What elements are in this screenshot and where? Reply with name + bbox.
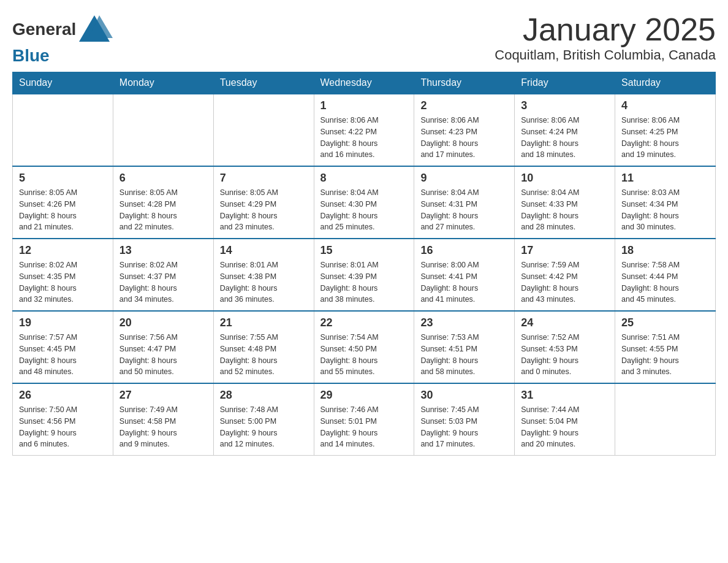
day-number: 22 — [320, 316, 408, 329]
day-number: 14 — [220, 244, 308, 257]
weekday-header-monday: Monday — [113, 72, 213, 94]
calendar-cell: 17Sunrise: 7:59 AM Sunset: 4:42 PM Dayli… — [515, 239, 615, 311]
logo-icon — [76, 12, 113, 46]
calendar-cell: 27Sunrise: 7:49 AM Sunset: 4:58 PM Dayli… — [113, 383, 213, 456]
day-info: Sunrise: 8:03 AM Sunset: 4:34 PM Dayligh… — [621, 187, 709, 233]
day-info: Sunrise: 8:05 AM Sunset: 4:29 PM Dayligh… — [220, 187, 308, 233]
calendar-cell — [213, 94, 314, 166]
title-block: January 2025 Coquitlam, British Columbia… — [495, 12, 716, 63]
calendar-table: SundayMondayTuesdayWednesdayThursdayFrid… — [12, 72, 716, 456]
day-info: Sunrise: 8:04 AM Sunset: 4:31 PM Dayligh… — [420, 187, 508, 233]
day-number: 17 — [521, 244, 609, 257]
day-info: Sunrise: 7:44 AM Sunset: 5:04 PM Dayligh… — [521, 404, 609, 450]
weekday-header-saturday: Saturday — [615, 72, 716, 94]
calendar-week-3: 12Sunrise: 8:02 AM Sunset: 4:35 PM Dayli… — [13, 239, 716, 311]
weekday-header-thursday: Thursday — [414, 72, 515, 94]
logo-general-text: General — [12, 20, 76, 39]
day-number: 18 — [621, 244, 709, 257]
day-number: 4 — [621, 99, 709, 112]
calendar-week-5: 26Sunrise: 7:50 AM Sunset: 4:56 PM Dayli… — [13, 383, 716, 456]
day-info: Sunrise: 8:06 AM Sunset: 4:22 PM Dayligh… — [320, 115, 408, 161]
calendar-cell: 31Sunrise: 7:44 AM Sunset: 5:04 PM Dayli… — [515, 383, 615, 456]
calendar-cell: 3Sunrise: 8:06 AM Sunset: 4:24 PM Daylig… — [515, 94, 615, 166]
calendar-cell — [13, 94, 113, 166]
day-info: Sunrise: 8:01 AM Sunset: 4:38 PM Dayligh… — [220, 259, 308, 305]
calendar-week-4: 19Sunrise: 7:57 AM Sunset: 4:45 PM Dayli… — [13, 311, 716, 383]
calendar-week-2: 5Sunrise: 8:05 AM Sunset: 4:26 PM Daylig… — [13, 166, 716, 239]
day-number: 9 — [420, 172, 508, 185]
day-number: 23 — [420, 316, 508, 329]
day-number: 28 — [220, 389, 308, 402]
day-info: Sunrise: 7:57 AM Sunset: 4:45 PM Dayligh… — [19, 332, 107, 378]
page-title: January 2025 — [495, 12, 716, 47]
day-number: 2 — [420, 99, 508, 112]
day-info: Sunrise: 8:06 AM Sunset: 4:24 PM Dayligh… — [521, 115, 609, 161]
day-number: 26 — [19, 389, 107, 402]
day-info: Sunrise: 8:06 AM Sunset: 4:23 PM Dayligh… — [420, 115, 508, 161]
calendar-cell: 15Sunrise: 8:01 AM Sunset: 4:39 PM Dayli… — [314, 239, 414, 311]
calendar-cell: 30Sunrise: 7:45 AM Sunset: 5:03 PM Dayli… — [414, 383, 515, 456]
weekday-header-wednesday: Wednesday — [314, 72, 414, 94]
day-number: 16 — [420, 244, 508, 257]
logo: General Blue — [12, 12, 113, 66]
calendar-cell — [615, 383, 716, 456]
weekday-header-tuesday: Tuesday — [213, 72, 314, 94]
calendar-cell: 11Sunrise: 8:03 AM Sunset: 4:34 PM Dayli… — [615, 166, 716, 239]
day-info: Sunrise: 7:55 AM Sunset: 4:48 PM Dayligh… — [220, 332, 308, 378]
day-info: Sunrise: 7:53 AM Sunset: 4:51 PM Dayligh… — [420, 332, 508, 378]
day-info: Sunrise: 8:04 AM Sunset: 4:30 PM Dayligh… — [320, 187, 408, 233]
calendar-cell: 13Sunrise: 8:02 AM Sunset: 4:37 PM Dayli… — [113, 239, 213, 311]
day-number: 5 — [19, 172, 107, 185]
calendar-cell: 9Sunrise: 8:04 AM Sunset: 4:31 PM Daylig… — [414, 166, 515, 239]
day-info: Sunrise: 7:54 AM Sunset: 4:50 PM Dayligh… — [320, 332, 408, 378]
day-info: Sunrise: 7:56 AM Sunset: 4:47 PM Dayligh… — [119, 332, 207, 378]
logo-blue-text: Blue — [12, 46, 50, 65]
calendar-cell — [113, 94, 213, 166]
calendar-cell: 20Sunrise: 7:56 AM Sunset: 4:47 PM Dayli… — [113, 311, 213, 383]
day-number: 21 — [220, 316, 308, 329]
weekday-header-sunday: Sunday — [13, 72, 113, 94]
calendar-cell: 28Sunrise: 7:48 AM Sunset: 5:00 PM Dayli… — [213, 383, 314, 456]
day-number: 31 — [521, 389, 609, 402]
day-number: 13 — [119, 244, 207, 257]
day-number: 12 — [19, 244, 107, 257]
calendar-cell: 24Sunrise: 7:52 AM Sunset: 4:53 PM Dayli… — [515, 311, 615, 383]
day-number: 7 — [220, 172, 308, 185]
calendar-cell: 23Sunrise: 7:53 AM Sunset: 4:51 PM Dayli… — [414, 311, 515, 383]
day-number: 27 — [119, 389, 207, 402]
day-number: 1 — [320, 99, 408, 112]
day-info: Sunrise: 8:00 AM Sunset: 4:41 PM Dayligh… — [420, 259, 508, 305]
day-info: Sunrise: 7:46 AM Sunset: 5:01 PM Dayligh… — [320, 404, 408, 450]
page-subtitle: Coquitlam, British Columbia, Canada — [495, 47, 716, 63]
calendar-cell: 21Sunrise: 7:55 AM Sunset: 4:48 PM Dayli… — [213, 311, 314, 383]
day-number: 24 — [521, 316, 609, 329]
day-number: 15 — [320, 244, 408, 257]
calendar-cell: 29Sunrise: 7:46 AM Sunset: 5:01 PM Dayli… — [314, 383, 414, 456]
day-info: Sunrise: 7:49 AM Sunset: 4:58 PM Dayligh… — [119, 404, 207, 450]
page-header: General Blue January 2025 Coquitlam, Bri… — [12, 12, 716, 66]
day-number: 29 — [320, 389, 408, 402]
day-info: Sunrise: 7:59 AM Sunset: 4:42 PM Dayligh… — [521, 259, 609, 305]
day-number: 8 — [320, 172, 408, 185]
day-number: 10 — [521, 172, 609, 185]
calendar-cell: 18Sunrise: 7:58 AM Sunset: 4:44 PM Dayli… — [615, 239, 716, 311]
day-info: Sunrise: 8:05 AM Sunset: 4:28 PM Dayligh… — [119, 187, 207, 233]
day-info: Sunrise: 7:51 AM Sunset: 4:55 PM Dayligh… — [621, 332, 709, 378]
calendar-cell: 25Sunrise: 7:51 AM Sunset: 4:55 PM Dayli… — [615, 311, 716, 383]
calendar-cell: 7Sunrise: 8:05 AM Sunset: 4:29 PM Daylig… — [213, 166, 314, 239]
calendar-cell: 16Sunrise: 8:00 AM Sunset: 4:41 PM Dayli… — [414, 239, 515, 311]
calendar-header-row: SundayMondayTuesdayWednesdayThursdayFrid… — [13, 72, 716, 94]
calendar-cell: 19Sunrise: 7:57 AM Sunset: 4:45 PM Dayli… — [13, 311, 113, 383]
day-number: 20 — [119, 316, 207, 329]
calendar-cell: 1Sunrise: 8:06 AM Sunset: 4:22 PM Daylig… — [314, 94, 414, 166]
weekday-header-friday: Friday — [515, 72, 615, 94]
day-number: 11 — [621, 172, 709, 185]
day-info: Sunrise: 8:01 AM Sunset: 4:39 PM Dayligh… — [320, 259, 408, 305]
calendar-cell: 22Sunrise: 7:54 AM Sunset: 4:50 PM Dayli… — [314, 311, 414, 383]
day-number: 25 — [621, 316, 709, 329]
calendar-cell: 8Sunrise: 8:04 AM Sunset: 4:30 PM Daylig… — [314, 166, 414, 239]
calendar-cell: 4Sunrise: 8:06 AM Sunset: 4:25 PM Daylig… — [615, 94, 716, 166]
day-info: Sunrise: 7:58 AM Sunset: 4:44 PM Dayligh… — [621, 259, 709, 305]
day-info: Sunrise: 7:48 AM Sunset: 5:00 PM Dayligh… — [220, 404, 308, 450]
day-number: 6 — [119, 172, 207, 185]
